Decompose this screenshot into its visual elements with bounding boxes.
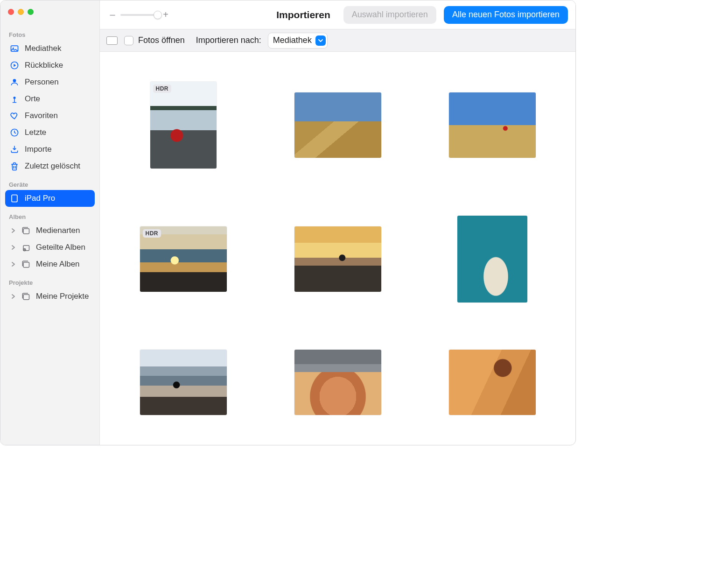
shared-icon — [21, 243, 30, 252]
zoom-out-icon[interactable]: – — [109, 9, 116, 20]
import-selected-button[interactable]: Auswahl importieren — [343, 6, 436, 24]
sidebar-item-mediathek[interactable]: Mediathek — [5, 40, 95, 57]
import-destination-value: Mediathek — [273, 35, 312, 45]
chevron-right-icon — [10, 294, 16, 299]
zoom-slider[interactable] — [120, 14, 158, 16]
import-options-bar: Fotos öffnen Importieren nach: Mediathek — [100, 29, 575, 52]
photo-thumbnail — [150, 82, 217, 169]
photo-sunset-hdr[interactable]: HDR — [140, 226, 227, 292]
section-header-geraete: Geräte — [0, 175, 99, 190]
sidebar-item-personen[interactable]: Personen — [5, 74, 95, 91]
import-all-button[interactable]: Alle neuen Fotos importieren — [444, 6, 568, 24]
photo-field-person[interactable] — [449, 92, 536, 158]
close-icon[interactable] — [8, 9, 14, 15]
sidebar-item-rueckblicke[interactable]: Rückblicke — [5, 57, 95, 74]
sidebar-item-orte[interactable]: Orte — [5, 91, 95, 107]
sidebar-item-label: Geteilte Alben — [36, 243, 85, 252]
sidebar-item-label: Medienarten — [36, 226, 80, 235]
svg-rect-11 — [23, 262, 29, 267]
import-to-label: Importieren nach: — [196, 35, 261, 45]
sidebar-item-label: Letzte — [25, 128, 46, 137]
hdr-badge: HDR — [143, 229, 161, 238]
photo-lake-hdr[interactable]: HDR — [150, 82, 217, 169]
sidebar-item-label: Importe — [25, 145, 52, 154]
zoom-control: – + — [109, 9, 169, 20]
chevron-down-icon — [315, 35, 326, 46]
photo-grid: HDRHDR — [100, 52, 575, 445]
device-icon — [10, 194, 19, 203]
toolbar: – + Importieren Auswahl importieren Alle… — [100, 0, 575, 29]
photo-desert-rock[interactable] — [294, 350, 381, 415]
photo-rocks-silhouette[interactable] — [140, 350, 227, 415]
sidebar-item-importe[interactable]: Importe — [5, 141, 95, 158]
album-icon — [21, 292, 30, 301]
people-icon — [10, 77, 19, 87]
library-icon — [10, 44, 19, 53]
maximize-icon[interactable] — [28, 9, 34, 15]
sidebar-item-label: Meine Alben — [36, 260, 80, 269]
import-destination-select[interactable]: Mediathek — [268, 33, 328, 49]
select-all-checkbox[interactable] — [106, 36, 118, 45]
photo-sand-hand[interactable] — [449, 350, 536, 415]
sidebar-item-letzte[interactable]: Letzte — [5, 124, 95, 141]
window-controls — [0, 0, 99, 25]
album-icon — [21, 260, 30, 269]
sidebar-item-label: Orte — [25, 94, 40, 104]
sidebar-item-meine-alben[interactable]: Meine Alben — [5, 256, 95, 273]
sidebar-item-label: Favoriten — [25, 111, 58, 120]
page-title: Importieren — [276, 9, 330, 21]
photo-thumbnail — [449, 92, 536, 158]
trash-icon — [10, 162, 19, 171]
photo-beach-runner[interactable] — [294, 226, 381, 292]
favorites-icon — [10, 111, 19, 120]
svg-point-3 — [13, 79, 16, 82]
sidebar: Fotos MediathekRückblickePersonenOrteFav… — [0, 0, 100, 445]
sidebar-item-favoriten[interactable]: Favoriten — [5, 107, 95, 124]
photo-thumbnail — [294, 350, 381, 415]
album-icon — [21, 226, 30, 235]
svg-rect-12 — [23, 295, 29, 300]
open-photos-label: Fotos öffnen — [138, 35, 185, 45]
open-photos-checkbox[interactable] — [124, 36, 133, 45]
sidebar-item-label: Mediathek — [25, 44, 61, 53]
section-header-fotos: Fotos — [0, 25, 99, 40]
chevron-right-icon — [10, 228, 16, 233]
photo-thumbnail — [294, 92, 381, 158]
memories-icon — [10, 61, 19, 70]
sidebar-item-meine-projekte[interactable]: Meine Projekte — [5, 288, 95, 305]
minimize-icon[interactable] — [18, 9, 24, 15]
svg-point-4 — [14, 97, 16, 99]
sidebar-item-zuletzt-geloescht[interactable]: Zuletzt gelöscht — [5, 158, 95, 175]
photo-thumbnail — [449, 350, 536, 415]
photo-hillside[interactable] — [294, 92, 381, 158]
photo-dog[interactable] — [457, 216, 527, 303]
hdr-badge: HDR — [153, 84, 172, 93]
recent-icon — [10, 128, 19, 137]
main: – + Importieren Auswahl importieren Alle… — [100, 0, 575, 445]
sidebar-item-ipad-pro[interactable]: iPad Pro — [5, 190, 95, 207]
photo-thumbnail — [140, 350, 227, 415]
chevron-right-icon — [10, 245, 16, 250]
sidebar-item-label: Rückblicke — [25, 61, 63, 70]
photo-thumbnail — [294, 226, 381, 292]
photo-thumbnail — [457, 216, 527, 303]
imports-icon — [10, 145, 19, 154]
sidebar-item-label: iPad Pro — [25, 194, 55, 203]
sidebar-item-medienarten[interactable]: Medienarten — [5, 222, 95, 239]
places-icon — [10, 94, 19, 104]
zoom-in-icon[interactable]: + — [162, 9, 169, 20]
sidebar-item-geteilte-alben[interactable]: Geteilte Alben — [5, 239, 95, 256]
svg-rect-7 — [23, 229, 29, 234]
sidebar-item-label: Zuletzt gelöscht — [25, 162, 80, 171]
section-header-alben: Alben — [0, 207, 99, 222]
sidebar-item-label: Meine Projekte — [36, 292, 89, 301]
sidebar-item-label: Personen — [25, 77, 59, 87]
svg-rect-6 — [12, 195, 17, 202]
section-header-projekte: Projekte — [0, 273, 99, 288]
chevron-right-icon — [10, 261, 16, 267]
zoom-slider-thumb[interactable] — [154, 11, 162, 19]
